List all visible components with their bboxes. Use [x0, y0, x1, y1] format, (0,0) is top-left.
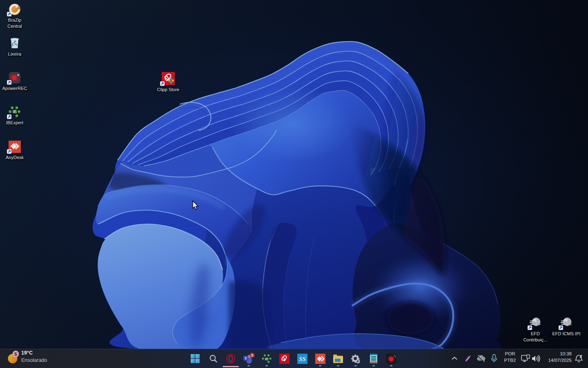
svg-text:IB: IB: [13, 110, 17, 114]
svg-text:SS: SS: [299, 356, 306, 362]
svg-text:3: 3: [251, 353, 253, 357]
svg-text:5: 5: [14, 352, 17, 357]
svg-text:T: T: [245, 356, 247, 361]
svg-text:IB: IB: [265, 357, 269, 361]
